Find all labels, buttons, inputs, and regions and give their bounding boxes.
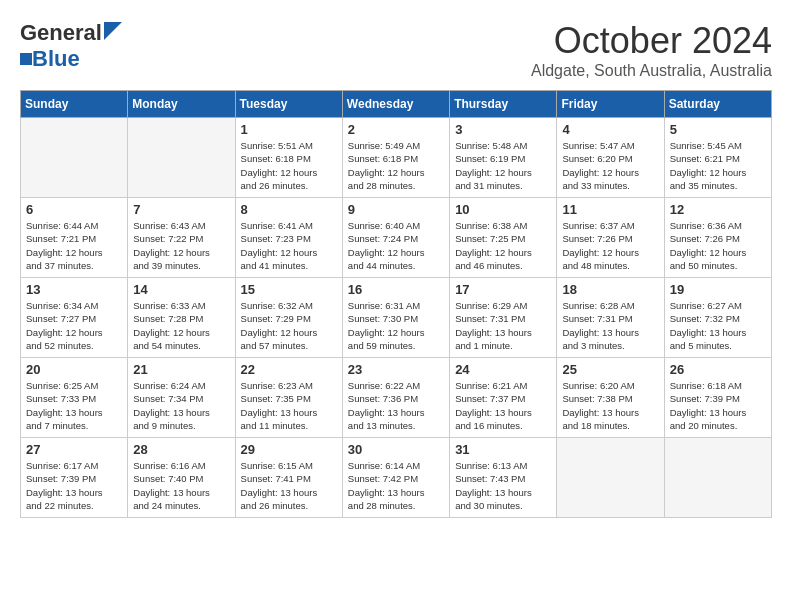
day-info: Sunrise: 5:47 AM Sunset: 6:20 PM Dayligh… <box>562 139 658 192</box>
day-info: Sunrise: 6:25 AM Sunset: 7:33 PM Dayligh… <box>26 379 122 432</box>
location-title: Aldgate, South Australia, Australia <box>531 62 772 80</box>
calendar-cell: 10Sunrise: 6:38 AM Sunset: 7:25 PM Dayli… <box>450 198 557 278</box>
day-info: Sunrise: 6:18 AM Sunset: 7:39 PM Dayligh… <box>670 379 766 432</box>
calendar-cell: 9Sunrise: 6:40 AM Sunset: 7:24 PM Daylig… <box>342 198 449 278</box>
day-number: 17 <box>455 282 551 297</box>
calendar-cell: 5Sunrise: 5:45 AM Sunset: 6:21 PM Daylig… <box>664 118 771 198</box>
day-info: Sunrise: 6:16 AM Sunset: 7:40 PM Dayligh… <box>133 459 229 512</box>
calendar-cell: 23Sunrise: 6:22 AM Sunset: 7:36 PM Dayli… <box>342 358 449 438</box>
day-info: Sunrise: 6:34 AM Sunset: 7:27 PM Dayligh… <box>26 299 122 352</box>
day-info: Sunrise: 6:23 AM Sunset: 7:35 PM Dayligh… <box>241 379 337 432</box>
calendar-table: SundayMondayTuesdayWednesdayThursdayFrid… <box>20 90 772 518</box>
calendar-cell: 28Sunrise: 6:16 AM Sunset: 7:40 PM Dayli… <box>128 438 235 518</box>
day-info: Sunrise: 5:48 AM Sunset: 6:19 PM Dayligh… <box>455 139 551 192</box>
day-number: 6 <box>26 202 122 217</box>
day-number: 3 <box>455 122 551 137</box>
calendar-cell: 25Sunrise: 6:20 AM Sunset: 7:38 PM Dayli… <box>557 358 664 438</box>
day-info: Sunrise: 6:33 AM Sunset: 7:28 PM Dayligh… <box>133 299 229 352</box>
day-number: 24 <box>455 362 551 377</box>
calendar-cell <box>557 438 664 518</box>
page-header: General Blue October 2024 Aldgate, South… <box>20 20 772 80</box>
day-number: 29 <box>241 442 337 457</box>
day-info: Sunrise: 6:15 AM Sunset: 7:41 PM Dayligh… <box>241 459 337 512</box>
weekday-header-tuesday: Tuesday <box>235 91 342 118</box>
day-info: Sunrise: 5:49 AM Sunset: 6:18 PM Dayligh… <box>348 139 444 192</box>
calendar-cell: 13Sunrise: 6:34 AM Sunset: 7:27 PM Dayli… <box>21 278 128 358</box>
day-number: 22 <box>241 362 337 377</box>
month-title: October 2024 <box>531 20 772 62</box>
day-number: 9 <box>348 202 444 217</box>
calendar-cell <box>128 118 235 198</box>
day-number: 27 <box>26 442 122 457</box>
day-info: Sunrise: 6:43 AM Sunset: 7:22 PM Dayligh… <box>133 219 229 272</box>
day-info: Sunrise: 6:36 AM Sunset: 7:26 PM Dayligh… <box>670 219 766 272</box>
day-number: 10 <box>455 202 551 217</box>
day-number: 16 <box>348 282 444 297</box>
weekday-header-friday: Friday <box>557 91 664 118</box>
day-info: Sunrise: 6:41 AM Sunset: 7:23 PM Dayligh… <box>241 219 337 272</box>
day-number: 7 <box>133 202 229 217</box>
calendar-cell: 3Sunrise: 5:48 AM Sunset: 6:19 PM Daylig… <box>450 118 557 198</box>
title-block: October 2024 Aldgate, South Australia, A… <box>531 20 772 80</box>
calendar-cell: 8Sunrise: 6:41 AM Sunset: 7:23 PM Daylig… <box>235 198 342 278</box>
calendar-cell: 17Sunrise: 6:29 AM Sunset: 7:31 PM Dayli… <box>450 278 557 358</box>
calendar-cell: 19Sunrise: 6:27 AM Sunset: 7:32 PM Dayli… <box>664 278 771 358</box>
day-info: Sunrise: 6:31 AM Sunset: 7:30 PM Dayligh… <box>348 299 444 352</box>
calendar-cell: 21Sunrise: 6:24 AM Sunset: 7:34 PM Dayli… <box>128 358 235 438</box>
day-info: Sunrise: 5:51 AM Sunset: 6:18 PM Dayligh… <box>241 139 337 192</box>
day-number: 25 <box>562 362 658 377</box>
calendar-cell: 31Sunrise: 6:13 AM Sunset: 7:43 PM Dayli… <box>450 438 557 518</box>
calendar-cell: 29Sunrise: 6:15 AM Sunset: 7:41 PM Dayli… <box>235 438 342 518</box>
day-info: Sunrise: 6:13 AM Sunset: 7:43 PM Dayligh… <box>455 459 551 512</box>
day-number: 2 <box>348 122 444 137</box>
day-number: 14 <box>133 282 229 297</box>
day-info: Sunrise: 6:29 AM Sunset: 7:31 PM Dayligh… <box>455 299 551 352</box>
day-info: Sunrise: 6:21 AM Sunset: 7:37 PM Dayligh… <box>455 379 551 432</box>
weekday-header-saturday: Saturday <box>664 91 771 118</box>
calendar-cell: 2Sunrise: 5:49 AM Sunset: 6:18 PM Daylig… <box>342 118 449 198</box>
day-info: Sunrise: 6:38 AM Sunset: 7:25 PM Dayligh… <box>455 219 551 272</box>
calendar-cell: 1Sunrise: 5:51 AM Sunset: 6:18 PM Daylig… <box>235 118 342 198</box>
day-number: 11 <box>562 202 658 217</box>
logo-arrow-icon <box>104 22 122 40</box>
calendar-cell: 11Sunrise: 6:37 AM Sunset: 7:26 PM Dayli… <box>557 198 664 278</box>
day-number: 12 <box>670 202 766 217</box>
calendar-cell: 15Sunrise: 6:32 AM Sunset: 7:29 PM Dayli… <box>235 278 342 358</box>
day-number: 30 <box>348 442 444 457</box>
weekday-header-monday: Monday <box>128 91 235 118</box>
day-number: 5 <box>670 122 766 137</box>
day-number: 19 <box>670 282 766 297</box>
day-info: Sunrise: 6:28 AM Sunset: 7:31 PM Dayligh… <box>562 299 658 352</box>
day-number: 1 <box>241 122 337 137</box>
day-number: 26 <box>670 362 766 377</box>
calendar-cell: 24Sunrise: 6:21 AM Sunset: 7:37 PM Dayli… <box>450 358 557 438</box>
day-number: 13 <box>26 282 122 297</box>
calendar-cell: 12Sunrise: 6:36 AM Sunset: 7:26 PM Dayli… <box>664 198 771 278</box>
day-number: 18 <box>562 282 658 297</box>
calendar-cell: 27Sunrise: 6:17 AM Sunset: 7:39 PM Dayli… <box>21 438 128 518</box>
calendar-cell <box>664 438 771 518</box>
day-number: 15 <box>241 282 337 297</box>
calendar-cell <box>21 118 128 198</box>
calendar-cell: 20Sunrise: 6:25 AM Sunset: 7:33 PM Dayli… <box>21 358 128 438</box>
logo-general: General <box>20 20 102 46</box>
day-info: Sunrise: 6:20 AM Sunset: 7:38 PM Dayligh… <box>562 379 658 432</box>
calendar-cell: 22Sunrise: 6:23 AM Sunset: 7:35 PM Dayli… <box>235 358 342 438</box>
calendar-cell: 30Sunrise: 6:14 AM Sunset: 7:42 PM Dayli… <box>342 438 449 518</box>
calendar-cell: 4Sunrise: 5:47 AM Sunset: 6:20 PM Daylig… <box>557 118 664 198</box>
day-info: Sunrise: 6:32 AM Sunset: 7:29 PM Dayligh… <box>241 299 337 352</box>
day-number: 4 <box>562 122 658 137</box>
calendar-cell: 26Sunrise: 6:18 AM Sunset: 7:39 PM Dayli… <box>664 358 771 438</box>
calendar-cell: 16Sunrise: 6:31 AM Sunset: 7:30 PM Dayli… <box>342 278 449 358</box>
weekday-header-sunday: Sunday <box>21 91 128 118</box>
calendar-cell: 6Sunrise: 6:44 AM Sunset: 7:21 PM Daylig… <box>21 198 128 278</box>
day-info: Sunrise: 5:45 AM Sunset: 6:21 PM Dayligh… <box>670 139 766 192</box>
day-number: 31 <box>455 442 551 457</box>
calendar-cell: 7Sunrise: 6:43 AM Sunset: 7:22 PM Daylig… <box>128 198 235 278</box>
day-info: Sunrise: 6:37 AM Sunset: 7:26 PM Dayligh… <box>562 219 658 272</box>
day-info: Sunrise: 6:22 AM Sunset: 7:36 PM Dayligh… <box>348 379 444 432</box>
day-number: 8 <box>241 202 337 217</box>
calendar-cell: 14Sunrise: 6:33 AM Sunset: 7:28 PM Dayli… <box>128 278 235 358</box>
day-number: 23 <box>348 362 444 377</box>
calendar-cell: 18Sunrise: 6:28 AM Sunset: 7:31 PM Dayli… <box>557 278 664 358</box>
